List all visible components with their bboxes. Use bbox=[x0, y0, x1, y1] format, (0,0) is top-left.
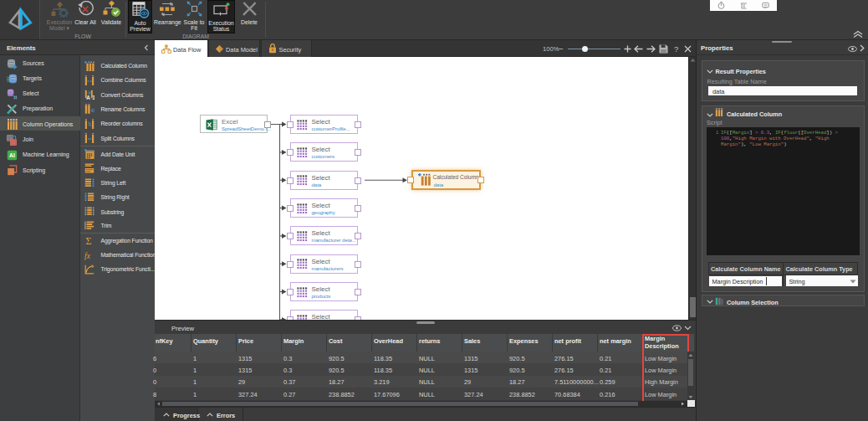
svg-text:fx: fx bbox=[84, 250, 91, 259]
svg-text:AI: AI bbox=[9, 152, 15, 158]
svg-text:A: A bbox=[86, 95, 90, 100]
svg-text:Σ: Σ bbox=[85, 235, 91, 245]
svg-text:1: 1 bbox=[92, 95, 94, 100]
